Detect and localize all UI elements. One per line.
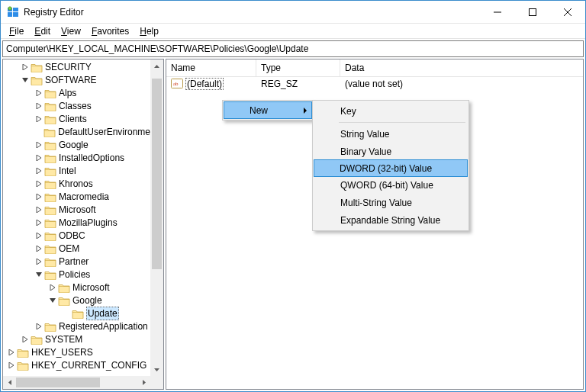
- menu-item[interactable]: QWORD (64-bit) Value: [314, 176, 467, 194]
- chevron-right-icon[interactable]: [47, 282, 58, 293]
- tree-node[interactable]: Policies: [3, 268, 150, 281]
- tree-node[interactable]: ODBC: [3, 230, 150, 242]
- folder-icon: [44, 88, 56, 98]
- chevron-right-icon[interactable]: [34, 101, 44, 111]
- tree-node[interactable]: Intel: [3, 165, 150, 177]
- col-type[interactable]: Type: [256, 59, 340, 76]
- chevron-right-icon[interactable]: [6, 347, 17, 358]
- tree-node[interactable]: Google: [3, 294, 150, 307]
- scroll-up-button[interactable]: [150, 59, 163, 72]
- tree-node[interactable]: Khronos: [3, 178, 150, 190]
- scroll-thumb[interactable]: [152, 79, 162, 269]
- tree-node-label: Partner: [59, 255, 89, 268]
- chevron-right-icon[interactable]: [34, 204, 44, 215]
- tree-node[interactable]: Update: [3, 307, 150, 320]
- menu-favorites[interactable]: Favorites: [86, 25, 134, 37]
- scroll-thumb-h[interactable]: [16, 378, 100, 387]
- maximize-button[interactable]: [515, 1, 550, 24]
- address-bar[interactable]: Computer\HKEY_LOCAL_MACHINE\SOFTWARE\Pol…: [2, 40, 584, 57]
- svg-marker-11: [37, 90, 41, 96]
- chevron-right-icon[interactable]: [20, 62, 31, 72]
- chevron-down-icon[interactable]: [34, 269, 44, 280]
- folder-icon: [44, 140, 56, 150]
- menu-item[interactable]: String Value: [314, 125, 467, 143]
- menu-item[interactable]: Expandable String Value: [314, 211, 467, 229]
- chevron-right-icon[interactable]: [34, 88, 44, 98]
- tree-node[interactable]: SYSTEM: [3, 333, 150, 345]
- vertical-scrollbar[interactable]: [150, 59, 163, 376]
- tree-node[interactable]: Alps: [3, 87, 150, 99]
- minimize-button[interactable]: [480, 1, 515, 24]
- tree-node[interactable]: Microsoft: [3, 281, 150, 294]
- tree-node[interactable]: Macromedia: [3, 191, 150, 203]
- tree-node[interactable]: InstalledOptions: [3, 152, 150, 164]
- menu-item-label: Expandable String Value: [340, 215, 440, 226]
- chevron-right-icon[interactable]: [34, 114, 44, 124]
- chevron-right-icon[interactable]: [6, 360, 17, 371]
- menu-item[interactable]: Binary Value: [314, 143, 467, 160]
- tree-node-label: Intel: [59, 165, 76, 177]
- horizontal-scrollbar[interactable]: [3, 376, 150, 389]
- tree-node[interactable]: Clients: [3, 113, 150, 125]
- menu-file[interactable]: File: [4, 25, 29, 37]
- tree-node[interactable]: Classes: [3, 100, 150, 112]
- scroll-right-button[interactable]: [137, 376, 150, 389]
- svg-marker-25: [50, 284, 55, 291]
- menu-item[interactable]: DWORD (32-bit) Value: [314, 159, 468, 177]
- menu-edit[interactable]: Edit: [29, 25, 56, 37]
- tree-node-label: Microsoft: [59, 204, 96, 216]
- list-body[interactable]: ab(Default)REG_SZ(value not set): [166, 77, 583, 90]
- menu-view[interactable]: View: [56, 25, 86, 37]
- scroll-track-h[interactable]: [16, 376, 137, 389]
- tree-node[interactable]: HKEY_CURRENT_CONFIG: [3, 359, 150, 371]
- tree-node[interactable]: OEM: [3, 243, 150, 255]
- scroll-corner: [150, 376, 163, 389]
- menu-help[interactable]: Help: [134, 25, 164, 37]
- close-button[interactable]: [550, 1, 585, 24]
- tree[interactable]: SECURITYSOFTWAREAlpsClassesClientsDefaul…: [3, 59, 150, 376]
- svg-point-4: [8, 6, 11, 9]
- chevron-right-icon[interactable]: [34, 217, 44, 228]
- chevron-right-icon[interactable]: [34, 191, 44, 202]
- svg-marker-21: [37, 233, 41, 239]
- chevron-right-icon[interactable]: [34, 140, 44, 150]
- scroll-track[interactable]: [150, 72, 163, 363]
- chevron-down-icon[interactable]: [20, 75, 31, 85]
- tree-node[interactable]: Partner: [3, 255, 150, 268]
- svg-marker-15: [37, 155, 41, 161]
- svg-marker-30: [9, 362, 14, 368]
- chevron-right-icon[interactable]: [34, 230, 44, 241]
- scroll-down-button[interactable]: [150, 363, 163, 376]
- menu-item[interactable]: Multi-String Value: [314, 194, 467, 211]
- chevron-right-icon[interactable]: [34, 256, 44, 267]
- tree-node-label: Khronos: [59, 178, 93, 190]
- list-row[interactable]: ab(Default)REG_SZ(value not set): [166, 77, 583, 90]
- menu-item[interactable]: Key: [314, 102, 467, 120]
- tree-node[interactable]: RegisteredApplication: [3, 320, 150, 333]
- chevron-down-icon[interactable]: [47, 295, 58, 306]
- tree-node[interactable]: DefaultUserEnvironme: [3, 126, 150, 138]
- tree-node[interactable]: SOFTWARE: [3, 74, 150, 86]
- scroll-left-button[interactable]: [3, 376, 16, 389]
- folder-icon: [44, 153, 56, 163]
- chevron-right-icon[interactable]: [34, 153, 44, 163]
- tree-node[interactable]: Google: [3, 139, 150, 151]
- chevron-right-icon[interactable]: [34, 165, 44, 176]
- chevron-right-icon[interactable]: [34, 243, 44, 254]
- chevron-right-icon[interactable]: [20, 334, 31, 345]
- tree-node[interactable]: Microsoft: [3, 204, 150, 216]
- tree-node-label: Classes: [59, 100, 92, 112]
- tree-node[interactable]: HKEY_USERS: [3, 346, 150, 358]
- chevron-right-icon[interactable]: [34, 321, 44, 332]
- tree-node[interactable]: SECURITY: [3, 61, 150, 73]
- tree-node[interactable]: MozillaPlugins: [3, 217, 150, 229]
- svg-marker-14: [37, 142, 41, 148]
- folder-icon: [44, 114, 56, 124]
- tree-node-label: SOFTWARE: [45, 74, 97, 86]
- tree-node-label: HKEY_CURRENT_CONFIG: [31, 359, 146, 371]
- col-name[interactable]: Name: [166, 59, 256, 76]
- col-data[interactable]: Data: [340, 59, 583, 76]
- menu-item[interactable]: New: [224, 101, 312, 119]
- chevron-right-icon[interactable]: [34, 178, 44, 189]
- menu-item-label: String Value: [340, 129, 389, 140]
